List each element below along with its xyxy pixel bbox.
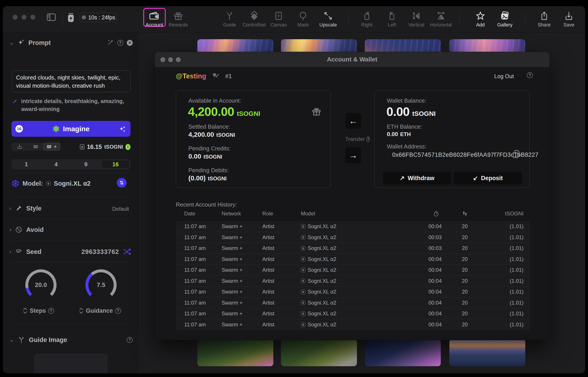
toolbar-gallery-button[interactable]: Gallery <box>490 11 519 28</box>
cell-role: Artist <box>262 310 301 317</box>
style-brush-icon <box>15 205 22 212</box>
toolbar-upscale-button[interactable]: Upscale <box>314 11 342 28</box>
cell-network: Swarm + <box>222 321 262 328</box>
video-clip-icon[interactable] <box>67 13 75 23</box>
traffic-light-minimize[interactable] <box>22 15 26 20</box>
generated-image-flowers-night[interactable] <box>365 339 441 366</box>
prompt-clear-icon[interactable]: ✕ <box>127 40 133 46</box>
traffic-light-zoom[interactable] <box>30 15 35 20</box>
toolbar-rotate-right-button[interactable]: Right <box>352 11 381 28</box>
traffic-light-close[interactable] <box>13 15 18 20</box>
guide-image-help-icon[interactable]: ? <box>127 337 133 343</box>
avoid-section-header[interactable]: › Avoid <box>10 224 133 235</box>
stepper-icon[interactable] <box>23 307 27 314</box>
guide-image-dropzone[interactable] <box>34 354 107 373</box>
guidance-value: 7.5 <box>85 269 117 301</box>
history-title: Recent Account History: <box>176 201 237 208</box>
col-role: Role <box>262 211 301 217</box>
prompt-help-icon[interactable]: ? <box>117 40 123 46</box>
toolbar-share-label: Share <box>530 22 558 28</box>
toolbar-guide-button[interactable]: Guide <box>215 11 244 28</box>
toolbar-flip-horizontal-button[interactable]: Horizontal <box>427 11 455 28</box>
username[interactable]: @Testing <box>176 72 206 80</box>
guidance-help-icon[interactable]: ? <box>115 308 121 314</box>
count-option-16-selected[interactable]: 16 <box>102 160 129 168</box>
transfer-to-wallet-button[interactable]: → <box>345 147 361 163</box>
table-row[interactable]: 11:07 amSwarm +ArtistSSogni.XL α200:0420… <box>176 319 530 330</box>
transfer-help-icon[interactable]: ? <box>366 136 370 142</box>
eth-balance-value: 0.00 <box>387 131 398 138</box>
negative-prompt-row[interactable]: intricate details, breathtaking, amazing… <box>12 97 128 113</box>
sogni-token-icon: S <box>301 322 305 327</box>
prompt-input[interactable]: Colored clouds, night skies, twilight, e… <box>12 70 131 92</box>
stepper-icon[interactable] <box>79 307 84 314</box>
table-row[interactable]: 11:07 amSwarm +ArtistSSogni.XL α200:0320… <box>176 243 530 254</box>
seed-shuffle-icon[interactable] <box>123 248 131 255</box>
timeline-settings-button[interactable]: 10s : 24fps <box>80 13 117 22</box>
atom-plus-icon <box>46 144 52 150</box>
gift-icon[interactable] <box>312 106 321 116</box>
withdraw-button[interactable]: ↗ Withdraw <box>383 172 451 185</box>
guide-image-section-header[interactable]: ⌄ Guide Image ? <box>10 334 133 345</box>
cell-network: Swarm + <box>222 256 262 262</box>
multi-gen-mode-button[interactable] <box>44 143 60 151</box>
table-row[interactable]: 11:07 amSwarm +ArtistSSogni.XL α200:0420… <box>176 286 530 297</box>
toolbar-save-button[interactable]: Save <box>554 11 583 28</box>
transfer-to-account-button[interactable]: ← <box>345 113 361 129</box>
chevron-right-icon[interactable]: › <box>10 205 11 212</box>
cell-model: SSogni.XL α2 <box>301 300 424 306</box>
generated-image-valley-1[interactable] <box>197 339 273 366</box>
guidance-knob[interactable]: 7.5 <box>85 269 117 301</box>
cell-date: 11:07 am <box>184 300 222 306</box>
cell-amount: (1.01) <box>481 310 523 317</box>
table-row[interactable]: 11:07 amSwarm +ArtistSSogni.XL α200:0420… <box>176 254 530 265</box>
modal-titlebar[interactable]: Account & Wallet <box>155 52 550 67</box>
model-swap-button[interactable]: ⇅ <box>117 178 126 188</box>
table-row[interactable]: 11:07 amSwarm +ArtistSSogni.XL α200:0420… <box>176 308 530 319</box>
count-option-9[interactable]: 9 <box>71 161 101 168</box>
cell-steps: 20 <box>448 310 481 317</box>
steps-help-icon[interactable]: ? <box>48 308 54 314</box>
table-row[interactable]: 11:07 amSwarm +ArtistSSogni.XL α200:0420… <box>176 265 530 276</box>
count-option-4[interactable]: 4 <box>41 161 71 168</box>
wallet-balance-label: Wallet Balance: <box>387 97 427 104</box>
table-row[interactable]: 11:07 amSwarm +ArtistSSogni.XL α200:0420… <box>176 276 530 287</box>
imagine-button[interactable]: 16 Imagine <box>11 121 131 137</box>
chevron-down-icon[interactable]: ⌄ <box>10 337 14 343</box>
magic-wand-icon[interactable] <box>107 39 114 46</box>
seed-title: Seed <box>26 248 41 255</box>
table-row[interactable]: 11:07 amSwarm +ArtistSSogni.XL α200:0420… <box>176 221 530 232</box>
rotate-left-icon <box>387 11 397 21</box>
table-row[interactable]: 11:07 amSwarm +ArtistSSogni.XL α200:0320… <box>176 232 530 243</box>
deposit-button[interactable]: ↙ Deposit <box>454 172 522 185</box>
toolbar-rewards-button[interactable]: Rewards <box>164 11 192 28</box>
toolbar-mask-button[interactable]: Mask <box>289 11 317 28</box>
generated-image-valley-2[interactable] <box>281 339 357 366</box>
flip-horizontal-icon <box>436 11 446 21</box>
prompt-section-header[interactable]: ⌄ Prompt ? ✕ <box>10 39 133 47</box>
seed-value[interactable]: 2963333762 <box>81 248 119 255</box>
toolbar-share-button[interactable]: Share <box>530 11 558 28</box>
sidebar: ⌄ Prompt ? ✕ Colored clouds, night skies… <box>3 33 139 373</box>
steps-footprints-icon <box>448 210 481 217</box>
cost-info-icon[interactable]: i <box>125 144 131 150</box>
pending-debits-label: Pending Debits: <box>188 167 229 174</box>
single-gen-mode-button[interactable] <box>27 143 44 151</box>
logout-button[interactable]: Log Out <box>494 73 514 80</box>
model-row[interactable]: Model: S Sogni.XL α2 ⇅ <box>11 178 131 189</box>
copy-icon[interactable] <box>512 149 520 159</box>
modal-help-icon[interactable]: ? <box>527 72 533 78</box>
sidebar-toggle-icon[interactable] <box>47 13 56 21</box>
cell-model: SSogni.XL α2 <box>301 256 424 262</box>
generated-image-mountain-sunset[interactable] <box>449 339 525 366</box>
count-option-1[interactable]: 1 <box>11 161 41 168</box>
steps-knob[interactable]: 20.0 <box>25 269 57 301</box>
chevron-down-icon[interactable]: ⌄ <box>10 40 14 46</box>
chevron-right-icon[interactable]: › <box>10 249 11 255</box>
table-row[interactable]: 11:07 amSwarm +ArtistSSogni.XL α200:0420… <box>176 297 530 308</box>
toolbar-flip-vertical-button[interactable]: Vertical <box>402 11 431 28</box>
import-mode-button[interactable] <box>11 143 27 151</box>
settled-balance: 4,200.00 tSOGNI <box>188 131 235 138</box>
chevron-right-icon[interactable]: › <box>10 227 11 233</box>
cell-duration: 00:03 <box>424 245 448 251</box>
